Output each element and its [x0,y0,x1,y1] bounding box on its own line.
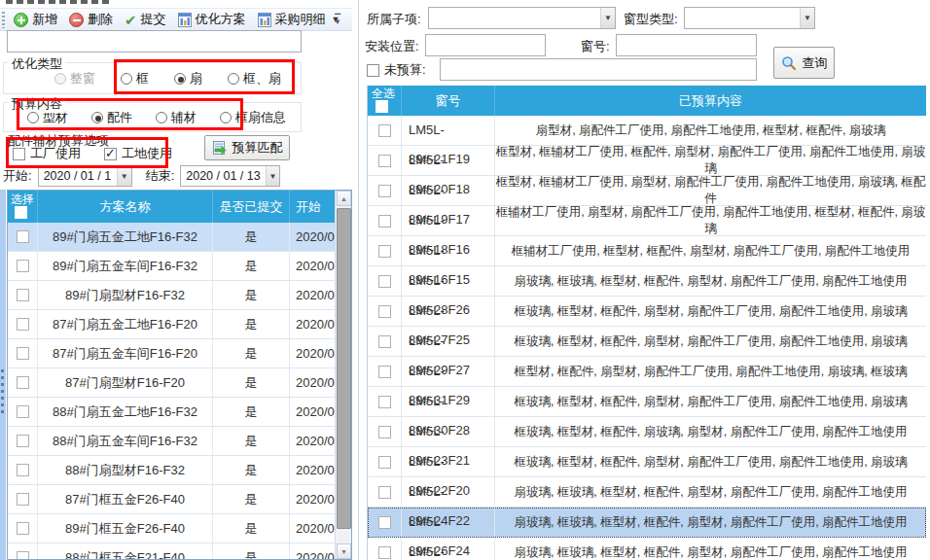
window-no-cell: LM5L-89#-24F22 [402,477,495,507]
window-no-column-header[interactable]: 窗号 [402,86,495,116]
table-row[interactable]: 88#门扇五金车间F16-F32 是 2020/0 [8,427,351,456]
table-row[interactable]: LM5L-89#-25F23 扇玻璃, 框玻璃, 框型材, 框配件, 扇型材, … [368,538,926,560]
row-checkbox[interactable] [378,486,391,499]
table-row[interactable]: LM5L-89#-30F28 框玻璃, 框型材, 框配件, 扇型材, 扇配件工厂… [368,387,926,417]
table-row[interactable]: 87#门扇五金工地F16-F20 是 2020/0 [8,310,351,339]
table-row[interactable]: 89#门扇五金工地F16-F32 是 2020/0 [8,223,351,252]
row-checkbox[interactable] [378,396,391,408]
row-checkbox[interactable] [378,155,391,167]
row-checkbox[interactable] [17,493,29,506]
radio-frame-sash[interactable]: 框、扇 [228,70,281,88]
table-row[interactable]: 88#门扇型材F16-F32 是 2020/0 [8,456,351,485]
table-row[interactable]: LM5L-89#-28F26 扇玻璃, 框玻璃, 框型材, 框配件, 扇型材, … [368,266,926,297]
no-budget-checkbox[interactable]: 未预算: [367,61,426,79]
table-row[interactable]: 87#门扇型材F16-F20 是 2020/0 [8,368,351,398]
toolbar-overflow-button[interactable]: ▔▼ [331,11,344,29]
date-start-picker[interactable]: 2020 / 01 / 1 ▼ [38,165,132,187]
row-checkbox[interactable] [17,376,29,389]
budgeted-content-cell: 框玻璃, 框型材, 框配件, 扇型材, 扇配件工厂使用, 扇配件工地使用, 扇玻… [495,333,926,350]
row-checkbox[interactable] [378,456,391,469]
row-checkbox[interactable] [17,522,29,535]
checkbox-label: 工厂使用 [30,145,81,162]
budget-match-button[interactable]: 预算匹配 [204,135,290,160]
toolbar-grip[interactable] [2,12,5,28]
left-splitter-bar[interactable] [0,190,6,560]
budgeted-content-column-header[interactable]: 已预算内容 [495,86,926,116]
site-use-checkbox[interactable]: 工地使用 [104,145,172,162]
radio-frame-sash-info[interactable]: 框扇信息 [220,109,286,126]
radio-whole-window[interactable]: 整窗 [54,70,95,88]
row-checkbox[interactable] [17,318,29,331]
scroll-down-icon[interactable]: ▼ [337,543,351,559]
name-column-header[interactable]: 方案名称 [38,191,213,223]
plan-filter-input[interactable] [7,30,302,52]
table-row[interactable]: LM5L-89#-31F29 框型材, 框配件, 扇型材, 扇配件工厂使用, 扇… [368,357,926,387]
row-checkbox[interactable] [378,124,391,137]
table-row[interactable]: LM5L-89#-26F24 扇玻璃, 框玻璃, 框型材, 框配件, 扇型材, … [368,508,926,538]
radio-accessory[interactable]: 配件 [91,109,132,126]
row-checkbox[interactable] [378,245,391,258]
row-checkbox[interactable] [378,335,391,348]
sub-item-dropdown[interactable]: ▼ [428,7,616,29]
row-checkbox[interactable] [17,551,29,560]
optimize-plan-button[interactable]: 优化方案 [172,9,252,30]
factory-use-checkbox[interactable]: 工厂使用 [13,145,81,162]
scroll-up-icon[interactable]: ▲ [337,191,351,206]
date-start-value: 2020 / 01 / 1 [39,169,117,183]
add-button[interactable]: 新增 [8,9,63,30]
window-type-dropdown[interactable]: ▼ [684,7,815,29]
table-row[interactable]: 89#门扇五金车间F16-F32 是 2020/0 [8,252,351,281]
row-checkbox[interactable] [378,185,391,197]
row-checkbox[interactable] [17,347,29,360]
row-checkbox[interactable] [17,405,29,418]
scrollbar-thumb[interactable] [337,208,351,529]
install-position-input[interactable] [425,34,546,56]
table-row[interactable]: LM5L-89#-16F15 框辅材工厂使用, 框型材, 框配件, 扇型材, 扇… [368,236,926,266]
submitted-cell: 是 [213,281,290,309]
checkbox-icon [367,64,379,77]
row-checkbox[interactable] [17,230,29,243]
row-checkbox[interactable] [378,275,391,288]
select-all-checkbox[interactable] [15,206,27,219]
row-checkbox[interactable] [378,366,391,378]
row-checkbox[interactable] [17,435,29,447]
table-row[interactable]: 89#门扇型材F16-F32 是 2020/0 [8,281,351,310]
date-end-picker[interactable]: 2020 / 01 / 13 ▼ [180,165,280,187]
table-row[interactable]: LM5L-89#-22F20 框玻璃, 框型材, 框配件, 扇型材, 扇配件工厂… [368,447,926,477]
window-no-cell: LM5L-89#-30F28 [402,387,495,416]
radio-sash[interactable]: 扇 [174,70,202,88]
window-no-input[interactable] [616,34,757,56]
no-budget-input[interactable] [440,58,757,81]
table-row[interactable]: LM5L-89#-20F18 框型材, 框辅材工厂使用, 框配件, 扇型材, 扇… [368,146,926,176]
table-row[interactable]: 89#门框五金F26-F40 是 2020/0 [8,514,351,543]
row-checkbox[interactable] [378,215,391,228]
table-row[interactable]: LM5L-89#-18F16 框辅材工厂使用, 扇型材, 扇配件工厂使用, 扇配… [368,206,926,236]
radio-label: 辅材 [171,109,197,126]
row-checkbox[interactable] [378,305,391,318]
row-checkbox[interactable] [378,426,391,438]
radio-aux-material[interactable]: 辅材 [156,109,197,126]
table-row[interactable]: LM5L-89#-24F22 扇玻璃, 框玻璃, 框型材, 框配件, 扇型材, … [368,477,926,508]
row-checkbox[interactable] [17,260,29,272]
radio-frame[interactable]: 框 [121,70,149,88]
row-checkbox[interactable] [17,289,29,301]
table-row[interactable]: LM5L-89#-27F25 框玻璃, 框型材, 框配件, 扇型材, 扇配件工厂… [368,297,926,327]
table-row[interactable]: LM5L-89#-21F19 扇型材, 扇配件工厂使用, 扇配件工地使用, 框型… [368,116,926,146]
select-all-checkbox[interactable] [376,100,388,113]
vertical-scrollbar[interactable]: ▲ ▼ [335,191,351,559]
table-row[interactable]: 88#门扇五金工地F16-F32 是 2020/0 [8,398,351,427]
delete-button[interactable]: 删除 [63,9,119,30]
query-button[interactable]: 查询 [773,47,835,79]
row-checkbox[interactable] [378,546,391,559]
table-row[interactable]: LM5L-89#-23F21 框玻璃, 框型材, 框配件, 扇玻璃, 扇型材, … [368,417,926,447]
table-row[interactable]: LM5L-89#-19F17 框型材, 框辅材工厂使用, 扇型材, 扇配件工厂使… [368,176,926,206]
table-row[interactable]: LM5L-89#-29F27 框玻璃, 框型材, 框配件, 扇型材, 扇配件工厂… [368,327,926,357]
row-checkbox[interactable] [378,516,391,529]
table-row[interactable]: 87#门框五金F26-F40 是 2020/0 [8,485,351,514]
table-row[interactable]: 87#门扇五金车间F16-F20 是 2020/0 [8,339,351,368]
row-checkbox-cell [368,357,402,386]
submitted-column-header[interactable]: 是否已提交 [213,191,290,223]
submit-button[interactable]: ✔ 提交 [119,9,172,30]
row-checkbox[interactable] [17,464,29,476]
table-row[interactable]: 88#门框五金F21-F40 是 2020/0 [8,543,351,560]
